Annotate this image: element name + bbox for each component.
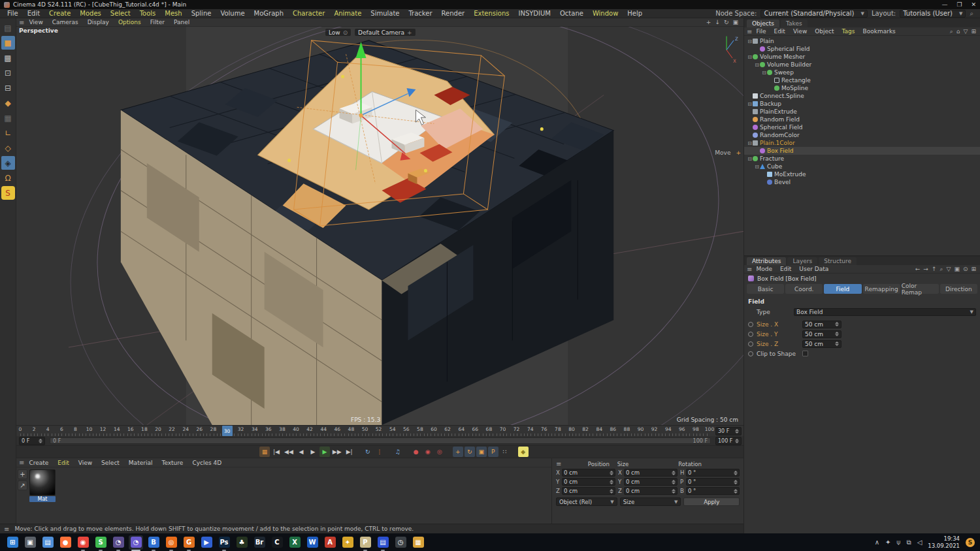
position-field[interactable]: 0 cm	[562, 487, 615, 495]
taskbar-app-icon[interactable]: S	[93, 535, 108, 550]
taskbar-app-icon[interactable]: ◔	[111, 535, 125, 550]
attribute-tab[interactable]: Direction	[940, 284, 977, 294]
attribute-panel-icon[interactable]: →	[923, 266, 928, 273]
taskbar-app-icon[interactable]: W	[305, 535, 319, 550]
object-menu-item[interactable]: View	[789, 28, 811, 35]
tray-badge[interactable]: S	[966, 538, 975, 547]
maximize-button[interactable]: ❐	[956, 1, 962, 8]
panel-tab[interactable]: Layers	[787, 257, 817, 265]
menu-item[interactable]: Volume	[216, 10, 249, 17]
tray-icon[interactable]: ◁	[917, 539, 923, 546]
transport-button[interactable]: ▦	[259, 447, 270, 457]
clock[interactable]: 19:3413.09.2021	[928, 535, 960, 548]
object-menu-item[interactable]: Tags	[838, 28, 859, 35]
expand-toggle-icon[interactable]: ⊟	[754, 164, 760, 170]
material-preview[interactable]	[29, 469, 56, 496]
transport-button[interactable]: ◀	[296, 447, 306, 457]
material-menu-item[interactable]: Material	[124, 460, 157, 466]
material-menu-item[interactable]: Edit	[53, 460, 73, 466]
object-tree-row[interactable]: Spherical Field ✓	[744, 45, 980, 53]
object-menu-item[interactable]: Object	[811, 28, 838, 35]
taskbar-app-icon[interactable]: Ps	[217, 535, 231, 550]
taskbar-app-icon[interactable]: ◉	[76, 535, 90, 550]
object-name[interactable]: Rectangle	[781, 77, 811, 84]
camera-button[interactable]: Default Camera+	[355, 29, 416, 36]
parameter-field[interactable]: 50 cm	[802, 321, 841, 328]
parameter-field[interactable]: 50 cm	[802, 340, 841, 348]
tray-icon[interactable]: ∧	[875, 539, 879, 546]
attribute-menu-item[interactable]: Edit	[776, 266, 795, 272]
palette-icon[interactable]: ◈	[1, 156, 15, 170]
layout-select[interactable]: Tutorials (User)▼	[900, 10, 966, 18]
palette-icon[interactable]: ⊟	[1, 81, 15, 95]
panel-tab[interactable]: Takes	[781, 20, 808, 27]
keyframe-ring-icon[interactable]	[748, 332, 753, 337]
transport-button[interactable]: ◉	[423, 447, 433, 457]
attribute-panel-icon[interactable]: ⌕	[939, 266, 943, 273]
range-end-field[interactable]: 100 F	[715, 437, 742, 445]
taskbar-app-icon[interactable]: ◷	[393, 535, 408, 550]
taskbar-app-icon[interactable]: C	[270, 535, 284, 550]
object-tree-row[interactable]: PlainExtrude ✓	[744, 108, 980, 116]
palette-icon[interactable]: ▦	[1, 111, 15, 125]
object-tree-row[interactable]: RandomColor ✕	[744, 131, 980, 139]
object-name[interactable]: MoExtrude	[774, 171, 806, 178]
material-menu-item[interactable]: Cycles 4D	[188, 460, 226, 466]
position-field[interactable]: 0 cm	[562, 478, 615, 486]
panel-menu-icon[interactable]: ≡	[747, 266, 752, 273]
size-field[interactable]: 0 cm	[624, 469, 678, 477]
object-tree-row[interactable]: ⊟ Plain ✓	[744, 37, 980, 45]
attribute-tab[interactable]: Color Remap	[902, 284, 939, 294]
object-panel-icon[interactable]: ⊞	[971, 28, 976, 35]
transport-button[interactable]: P	[488, 447, 498, 457]
object-name[interactable]: MoSpline	[781, 85, 808, 91]
object-panel-icon[interactable]: ▽	[964, 28, 968, 35]
material-menu-item[interactable]: Texture	[157, 460, 188, 466]
transport-button[interactable]: ⋮	[374, 447, 385, 457]
menu-item[interactable]: Render	[437, 10, 470, 17]
timeline-ruler[interactable]: 0246810121416182022242628303234363840424…	[20, 426, 710, 436]
object-name[interactable]: Backup	[760, 101, 781, 107]
menu-item[interactable]: Character	[288, 10, 329, 17]
panel-tab[interactable]: Objects	[747, 20, 779, 27]
attribute-panel-icon[interactable]: ←	[915, 266, 921, 273]
taskbar-app-icon[interactable]: X	[287, 535, 302, 550]
taskbar-app-icon[interactable]: ▣	[23, 535, 37, 550]
menu-item[interactable]: Octane	[555, 10, 588, 17]
taskbar-app-icon[interactable]: ▶	[199, 535, 214, 550]
viewport-menu-item[interactable]: View	[24, 19, 47, 25]
palette-icon[interactable]: S	[1, 186, 15, 200]
menu-item[interactable]: File	[3, 10, 23, 17]
taskbar-app-icon[interactable]: ●	[58, 535, 73, 550]
taskbar-app-icon[interactable]: A	[323, 535, 337, 550]
object-tree-row[interactable]: ⊟ Backup	[744, 100, 980, 108]
taskbar-app-icon[interactable]: ▦	[411, 535, 425, 550]
object-tree-row[interactable]: MoExtrude ✓	[744, 170, 980, 178]
tray-icon[interactable]: ⧉	[906, 539, 911, 546]
expand-toggle-icon[interactable]: ⊟	[747, 140, 753, 146]
current-frame-field[interactable]: 30 F	[715, 427, 742, 435]
clip-to-shape-checkbox[interactable]	[802, 351, 808, 356]
rotation-field[interactable]: 0 °	[686, 487, 740, 495]
expand-toggle-icon[interactable]: ⊟	[747, 39, 753, 44]
menu-item[interactable]: Tracker	[404, 10, 436, 17]
attribute-tab[interactable]: Field	[824, 284, 861, 294]
object-tree-row[interactable]: MoSpline ✓	[744, 84, 980, 92]
rotation-field[interactable]: 0 °	[686, 469, 740, 477]
taskbar-app-icon[interactable]: ✦	[340, 535, 355, 550]
playhead[interactable]: 30	[222, 426, 233, 436]
object-tree-row[interactable]: ⊟ Volume Mesher ✕	[744, 53, 980, 61]
palette-icon[interactable]: ▩	[1, 51, 15, 65]
lod-button[interactable]: Low⊙	[325, 29, 351, 36]
taskbar-app-icon[interactable]: ▤	[376, 535, 390, 550]
object-tree-row[interactable]: Box Field ✓	[744, 147, 980, 155]
status-menu-icon[interactable]: ≡	[4, 526, 9, 533]
attribute-menu-item[interactable]: Mode	[752, 266, 776, 272]
expand-toggle-icon[interactable]: ⊟	[747, 156, 753, 162]
transport-button[interactable]: ▶	[308, 447, 318, 457]
panel-menu-icon[interactable]: ≡	[556, 460, 585, 467]
transport-button[interactable]: ▣	[476, 447, 487, 457]
palette-icon[interactable]: ⊡	[1, 66, 15, 80]
viewport-3d[interactable]: Z X Perspective Low⊙ Default Camera+ FPS…	[16, 27, 743, 425]
object-name[interactable]: RandomColor	[760, 132, 800, 138]
